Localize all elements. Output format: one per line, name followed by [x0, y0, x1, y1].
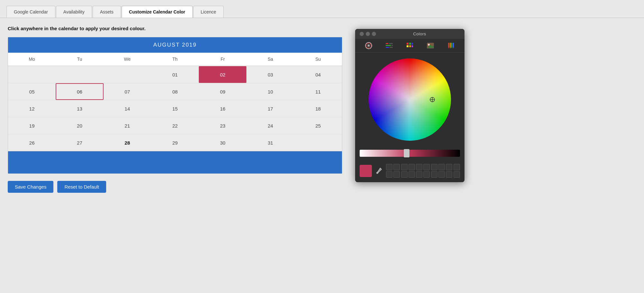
calendar-cell[interactable]: 30	[199, 134, 246, 151]
calendar-cell[interactable]: 12	[8, 100, 56, 117]
calendar-cell[interactable]	[8, 66, 56, 83]
calendar-cell[interactable]: 27	[56, 134, 103, 151]
tab-availability[interactable]: Availability	[56, 6, 92, 18]
calendar-row: 05 06 07 08 09 10 11	[8, 83, 342, 100]
picker-title: Colors	[379, 31, 460, 36]
traffic-light-close[interactable]	[360, 32, 364, 36]
swatch-slot[interactable]	[438, 171, 445, 178]
calendar-cell[interactable]: 09	[199, 83, 246, 100]
calendar-cell-outlined[interactable]: 06	[56, 83, 103, 100]
swatch-slot[interactable]	[454, 164, 460, 170]
svg-rect-6	[391, 45, 393, 46]
tab-assets[interactable]: Assets	[93, 6, 121, 18]
svg-rect-9	[407, 43, 409, 45]
calendar-cell[interactable]: 11	[294, 83, 342, 100]
calendar-cell[interactable]: 31	[246, 134, 294, 151]
tab-licence[interactable]: Licence	[193, 6, 224, 18]
svg-rect-4	[389, 43, 393, 44]
svg-rect-11	[412, 43, 413, 45]
calendar-cell[interactable]: 19	[8, 117, 56, 134]
weekday-su: Su	[294, 53, 342, 66]
calendar-cell[interactable]: 01	[151, 66, 199, 83]
calendar-cell[interactable]: 26	[8, 134, 56, 151]
grid-tool-icon[interactable]	[405, 41, 415, 50]
calendar-cell[interactable]: 25	[294, 117, 342, 134]
traffic-light-maximize[interactable]	[372, 32, 376, 36]
svg-rect-5	[386, 45, 391, 46]
svg-marker-25	[451, 47, 452, 49]
swatch-slot[interactable]	[401, 171, 408, 178]
traffic-light-minimize[interactable]	[366, 32, 370, 36]
calendar-row: 12 13 14 15 16 17 18	[8, 100, 342, 117]
calendar-container[interactable]: AUGUST 2019 Mo Tu We Th Fr Sa Su 01 02 0…	[8, 37, 342, 174]
calendar-cell[interactable]: 16	[199, 100, 246, 117]
swatch-slot[interactable]	[423, 164, 430, 170]
calendar-cell[interactable]: 10	[246, 83, 294, 100]
main-content: Click anywhere in the calendar to apply …	[0, 18, 644, 200]
calendar-cell-highlighted[interactable]: 02	[199, 66, 246, 83]
calendar-cell[interactable]: 20	[56, 117, 103, 134]
calendar-cell[interactable]: 13	[56, 100, 103, 117]
calendar-cell[interactable]: 03	[246, 66, 294, 83]
reset-to-default-button[interactable]: Reset to Default	[57, 181, 106, 193]
save-changes-button[interactable]: Save Changes	[8, 181, 53, 193]
weekday-th: Th	[151, 53, 199, 66]
calendar-cell[interactable]: 15	[151, 100, 199, 117]
picker-slider-thumb[interactable]	[404, 149, 409, 157]
swatch-slot[interactable]	[454, 171, 460, 178]
calendar-weekdays: Mo Tu We Th Fr Sa Su	[8, 53, 342, 66]
calendar-cell[interactable]: 04	[294, 66, 342, 83]
picker-slider[interactable]	[360, 150, 460, 157]
weekday-mo: Mo	[8, 53, 56, 66]
tab-customize-calendar-color[interactable]: Customize Calendar Color	[122, 6, 193, 18]
calendar-cell[interactable]: 08	[151, 83, 199, 100]
swatch-slot[interactable]	[416, 164, 422, 170]
svg-rect-3	[386, 43, 388, 44]
sliders-tool-icon[interactable]	[384, 41, 394, 50]
calendar-cell[interactable]	[104, 66, 151, 83]
swatch-slot[interactable]	[393, 171, 400, 178]
action-buttons: Save Changes Reset to Default	[8, 181, 342, 193]
calendar-cell[interactable]: 21	[104, 117, 151, 134]
calendar-cell[interactable]: 17	[246, 100, 294, 117]
traffic-lights	[360, 32, 376, 36]
swatch-slot[interactable]	[446, 164, 452, 170]
image-tool-icon[interactable]	[426, 41, 435, 50]
calendar-cell[interactable]: 24	[246, 117, 294, 134]
calendar-row: 19 20 21 22 23 24 25	[8, 117, 342, 134]
swatch-slot[interactable]	[423, 171, 430, 178]
calendar-cell[interactable]	[56, 66, 103, 83]
calendar-cell[interactable]: 22	[151, 117, 199, 134]
picker-current-swatch[interactable]	[360, 165, 372, 177]
calendar-cell[interactable]: 23	[199, 117, 246, 134]
left-panel: Click anywhere in the calendar to apply …	[8, 26, 342, 193]
calendar-cell[interactable]: 29	[151, 134, 199, 151]
swatch-slot[interactable]	[438, 164, 445, 170]
swatch-slot[interactable]	[431, 164, 437, 170]
calendar-cell-bold[interactable]: 28	[104, 134, 151, 151]
swatch-slot[interactable]	[409, 164, 415, 170]
swatch-slot[interactable]	[416, 171, 422, 178]
color-wheel[interactable]	[368, 58, 452, 141]
svg-point-17	[428, 44, 430, 46]
color-wheel-tool-icon[interactable]	[364, 41, 373, 50]
swatch-slot[interactable]	[431, 171, 437, 178]
svg-point-34	[377, 172, 378, 173]
swatch-slot[interactable]	[386, 164, 392, 170]
calendar-cell[interactable]: 07	[104, 83, 151, 100]
svg-rect-19	[448, 43, 449, 47]
color-bar[interactable]	[8, 151, 342, 173]
swatch-slot[interactable]	[409, 171, 415, 178]
swatch-slot[interactable]	[386, 171, 392, 178]
calendar-cell[interactable]: 18	[294, 100, 342, 117]
tab-google-calendar[interactable]: Google Calendar	[6, 6, 55, 18]
palette-tool-icon[interactable]	[446, 41, 456, 50]
calendar-cell[interactable]	[294, 134, 342, 151]
calendar-cell[interactable]: 05	[8, 83, 56, 100]
swatch-slot[interactable]	[393, 164, 400, 170]
swatch-slot[interactable]	[446, 171, 452, 178]
eyedropper-icon[interactable]	[374, 166, 383, 175]
swatch-slot[interactable]	[401, 164, 408, 170]
color-wheel-container[interactable]	[355, 53, 465, 146]
calendar-cell[interactable]: 14	[104, 100, 151, 117]
